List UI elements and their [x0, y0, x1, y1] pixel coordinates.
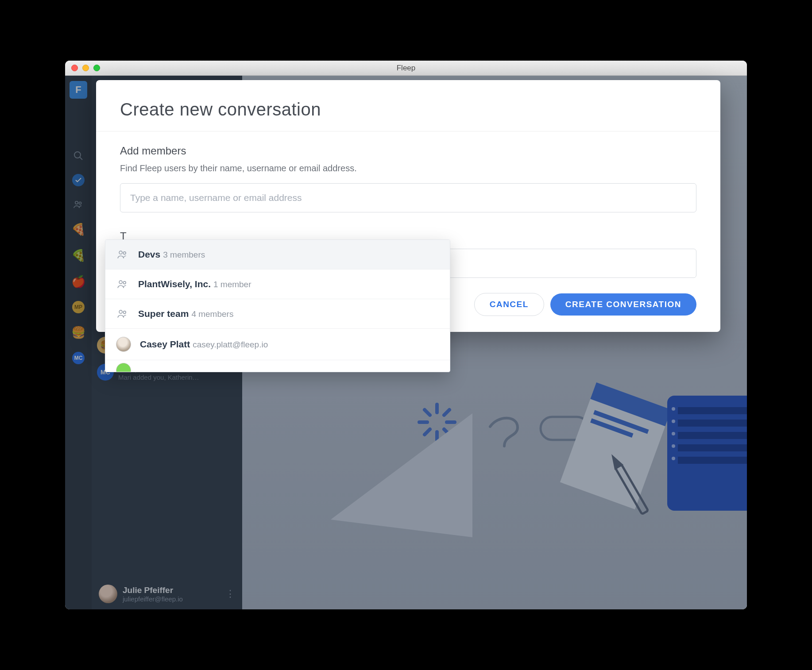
svg-point-31 [124, 281, 126, 284]
titlebar: Fleep [65, 61, 747, 76]
window-controls [71, 65, 100, 71]
suggestion-item[interactable] [105, 360, 450, 372]
user-avatar [116, 337, 131, 352]
svg-point-33 [124, 311, 126, 314]
suggestion-item[interactable]: Devs3 members [105, 240, 450, 270]
cancel-button[interactable]: CANCEL [474, 293, 544, 316]
add-members-hint: Find Fleep users by their name, username… [120, 163, 696, 173]
svg-point-32 [119, 310, 122, 313]
member-suggestions-dropdown: Devs3 members PlantWisely, Inc.1 member … [105, 239, 450, 372]
create-conversation-button[interactable]: CREATE CONVERSATION [550, 293, 696, 316]
svg-point-30 [119, 281, 122, 284]
window-title: Fleep [65, 64, 747, 73]
team-icon [116, 307, 129, 320]
create-conversation-modal: Create new conversation Add members Find… [96, 80, 720, 332]
svg-point-28 [119, 251, 122, 254]
add-members-label: Add members [120, 145, 696, 157]
suggestion-item[interactable]: Casey Plattcasey.platt@fleep.io [105, 329, 450, 360]
suggestion-meta: 4 members [191, 309, 233, 319]
suggestion-meta: casey.platt@fleep.io [193, 340, 268, 349]
team-icon [116, 277, 129, 291]
suggestion-meta: 1 member [213, 280, 251, 289]
suggestion-item[interactable]: PlantWisely, Inc.1 member [105, 270, 450, 299]
minimize-window-button[interactable] [82, 65, 89, 71]
divider [96, 131, 720, 131]
user-avatar [116, 363, 131, 372]
suggestion-name: Casey Platt [140, 339, 190, 349]
suggestion-name: Devs [138, 249, 160, 259]
suggestion-item[interactable]: Super team4 members [105, 299, 450, 329]
suggestion-name: PlantWisely, Inc. [138, 279, 211, 289]
modal-title: Create new conversation [120, 100, 696, 119]
zoom-window-button[interactable] [93, 65, 100, 71]
team-icon [116, 248, 129, 261]
suggestion-meta: 3 members [163, 250, 205, 259]
app-window: Fleep F 🍕 🍕 🍎 MP 🍔 MC 🍔 [65, 61, 747, 609]
suggestion-name: Super team [138, 308, 189, 319]
svg-point-29 [124, 252, 126, 254]
close-window-button[interactable] [71, 65, 78, 71]
members-input[interactable] [120, 183, 696, 212]
